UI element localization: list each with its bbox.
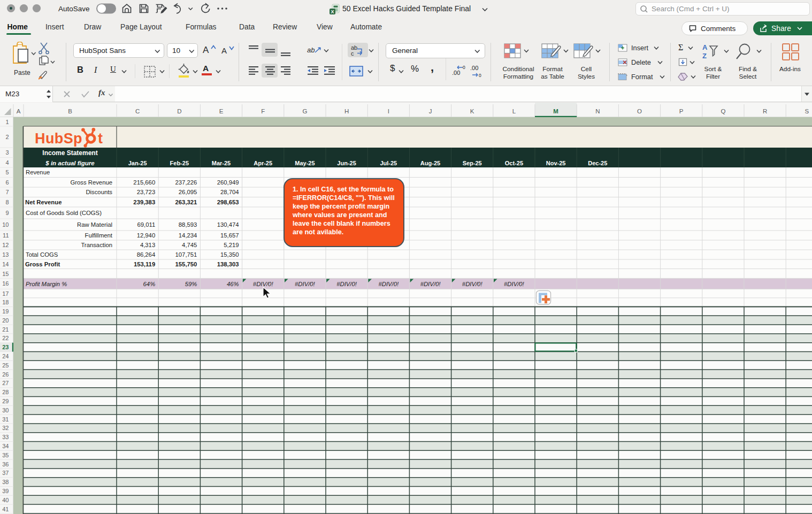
svg-text:M: M: [553, 108, 558, 114]
svg-text:P: P: [679, 108, 684, 114]
svg-text:64%: 64%: [143, 281, 156, 287]
svg-text:39: 39: [2, 488, 9, 494]
svg-text:5,219: 5,219: [224, 242, 239, 248]
svg-text:35: 35: [2, 452, 9, 458]
svg-text:A: A: [17, 108, 21, 114]
svg-text:69,011: 69,011: [137, 221, 155, 228]
svg-text:Total COGS: Total COGS: [26, 251, 58, 258]
svg-text:23,723: 23,723: [137, 189, 156, 195]
svg-text:25: 25: [2, 362, 9, 369]
svg-text:14,234: 14,234: [179, 232, 197, 239]
svg-text:40: 40: [2, 497, 9, 503]
svg-text:$ in actual figure: $ in actual figure: [45, 160, 95, 166]
svg-text:Sep-25: Sep-25: [463, 160, 482, 166]
svg-text:15,350: 15,350: [220, 251, 239, 258]
svg-text:Aug-25: Aug-25: [420, 160, 440, 166]
svg-text:13: 13: [2, 251, 9, 258]
svg-text:G: G: [302, 108, 307, 114]
svg-text:27: 27: [2, 380, 9, 386]
svg-text:May-25: May-25: [295, 160, 315, 166]
svg-text:Gross Revenue: Gross Revenue: [71, 179, 113, 186]
svg-text:8: 8: [5, 199, 9, 205]
svg-text:88,593: 88,593: [179, 221, 197, 228]
svg-text:D: D: [177, 108, 181, 114]
svg-text:21: 21: [2, 326, 9, 333]
svg-text:86,264: 86,264: [137, 251, 156, 258]
svg-text:239,383: 239,383: [133, 199, 155, 205]
svg-text:4,313: 4,313: [140, 242, 155, 248]
svg-text:O: O: [637, 108, 642, 114]
svg-text:F: F: [261, 108, 265, 114]
svg-text:Profit Margin %: Profit Margin %: [26, 281, 67, 287]
svg-text:Raw Material: Raw Material: [77, 221, 112, 228]
svg-text:31: 31: [2, 416, 9, 423]
svg-text:Feb-25: Feb-25: [170, 160, 189, 166]
svg-text:26,095: 26,095: [179, 189, 197, 195]
svg-text:12,940: 12,940: [137, 232, 156, 239]
svg-text:Q: Q: [721, 108, 725, 114]
svg-text:38: 38: [2, 479, 9, 485]
svg-text:36: 36: [2, 461, 9, 467]
svg-text:14: 14: [2, 261, 9, 267]
svg-text:Cost of Goods Sold (COGS): Cost of Goods Sold (COGS): [26, 210, 102, 216]
svg-text:Net Revenue: Net Revenue: [25, 199, 62, 205]
svg-text:11: 11: [3, 232, 9, 239]
svg-text:H: H: [344, 108, 349, 114]
svg-text:24: 24: [2, 353, 9, 359]
svg-text:Income Statement: Income Statement: [42, 149, 97, 157]
svg-text:29: 29: [2, 398, 9, 404]
svg-text:Jan-25: Jan-25: [128, 160, 147, 166]
svg-text:6: 6: [5, 179, 9, 186]
svg-text:N: N: [595, 108, 600, 114]
svg-text:263,321: 263,321: [175, 199, 197, 205]
svg-text:Jun-25: Jun-25: [337, 160, 356, 166]
svg-text:#DIV/0!: #DIV/0!: [420, 281, 441, 287]
svg-text:22: 22: [2, 335, 9, 341]
svg-text:4,745: 4,745: [182, 242, 197, 248]
svg-text:Apr-25: Apr-25: [254, 160, 272, 166]
svg-text:R: R: [763, 108, 767, 114]
svg-text:B: B: [68, 108, 72, 114]
svg-text:E: E: [219, 108, 224, 114]
svg-text:#DIV/0!: #DIV/0!: [462, 281, 483, 287]
svg-text:12: 12: [2, 242, 9, 248]
svg-text:28,704: 28,704: [220, 189, 239, 195]
svg-text:Jul-25: Jul-25: [380, 160, 397, 166]
svg-text:#DIV/0!: #DIV/0!: [336, 281, 357, 287]
svg-text:237,226: 237,226: [175, 179, 197, 186]
svg-text:215,660: 215,660: [133, 179, 155, 186]
svg-text:28: 28: [2, 389, 9, 395]
svg-text:Gross Profit: Gross Profit: [25, 261, 60, 267]
svg-text:I: I: [388, 108, 389, 114]
svg-text:20: 20: [2, 317, 9, 324]
svg-text:1: 1: [5, 119, 9, 125]
svg-text:5: 5: [5, 169, 9, 175]
svg-text:#DIV/0!: #DIV/0!: [295, 281, 316, 287]
svg-text:18: 18: [2, 299, 9, 305]
svg-text:Mar-25: Mar-25: [212, 160, 231, 166]
svg-text:41: 41: [2, 506, 9, 512]
svg-text:32: 32: [2, 425, 9, 431]
svg-text:7: 7: [5, 189, 9, 195]
svg-text:298,653: 298,653: [217, 199, 239, 205]
svg-text:Revenue: Revenue: [26, 169, 50, 175]
svg-text:Discounts: Discounts: [86, 189, 112, 195]
svg-text:#DIV/0!: #DIV/0!: [253, 281, 274, 287]
svg-text:Oct-25: Oct-25: [505, 160, 523, 166]
svg-text:153,119: 153,119: [134, 261, 155, 267]
svg-text:260,949: 260,949: [217, 179, 239, 186]
svg-text:46%: 46%: [227, 281, 239, 287]
svg-text:#DIV/0!: #DIV/0!: [504, 281, 525, 287]
svg-text:59%: 59%: [185, 281, 197, 287]
svg-text:4: 4: [5, 159, 9, 166]
svg-text:3: 3: [5, 149, 9, 156]
svg-text:2: 2: [5, 134, 9, 140]
svg-text:Fulfillment: Fulfillment: [85, 232, 113, 239]
svg-text:23: 23: [2, 344, 9, 350]
svg-text:15,657: 15,657: [220, 232, 239, 239]
svg-text:30: 30: [2, 407, 9, 413]
svg-text:16: 16: [2, 280, 9, 287]
svg-text:33: 33: [2, 434, 9, 440]
svg-text:10: 10: [2, 221, 9, 228]
svg-text:19: 19: [2, 308, 9, 314]
